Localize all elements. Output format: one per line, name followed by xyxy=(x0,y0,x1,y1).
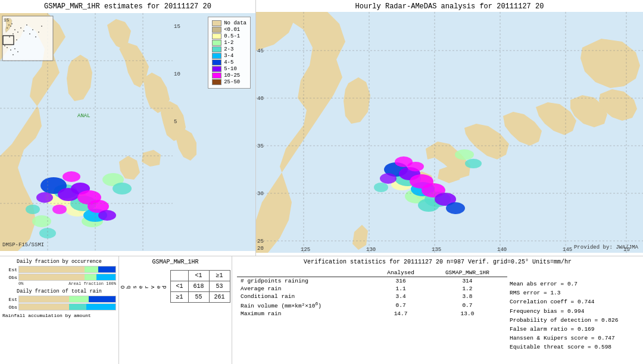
svg-point-74 xyxy=(374,183,388,192)
verif-val-rainvol-g: 0.7 xyxy=(427,300,507,310)
total-rain-obs-label: Obs xyxy=(2,305,17,310)
legend-2-3: 2-3 xyxy=(212,46,246,52)
verif-val-gridpoints-g: 314 xyxy=(427,277,507,285)
legend-color-10-25 xyxy=(212,73,221,79)
legend-label-4-5: 4-5 xyxy=(224,59,233,65)
legend-label-25-50: 25-50 xyxy=(224,79,240,85)
svg-point-39 xyxy=(17,32,18,33)
svg-point-12 xyxy=(98,210,116,221)
legend-1-2: 1-2 xyxy=(212,40,246,46)
verif-col-gsmap: GSMAP_MWR_1HR xyxy=(427,269,507,277)
occurrence-est-row: Est xyxy=(2,266,116,273)
legend-color-5-10 xyxy=(212,66,221,72)
svg-point-33 xyxy=(10,26,11,27)
right-map-title: Hourly Radar-AMeDAS analysis for 2011112… xyxy=(256,0,643,12)
hist-nodata-bar2 xyxy=(19,274,85,280)
svg-text:140: 140 xyxy=(497,247,507,253)
legend-color-3-4 xyxy=(212,53,221,59)
svg-point-15 xyxy=(36,192,53,203)
svg-point-52 xyxy=(14,48,15,49)
legend-color-nodata xyxy=(212,20,221,26)
svg-point-47 xyxy=(38,32,39,33)
svg-text:30: 30 xyxy=(257,191,264,197)
svg-point-51 xyxy=(10,49,11,51)
svg-point-16 xyxy=(26,205,40,214)
svg-point-14 xyxy=(52,205,67,214)
total-rain-title: Daily fraction of total rain xyxy=(2,288,116,294)
svg-text:130: 130 xyxy=(366,247,376,253)
svg-point-42 xyxy=(23,30,24,32)
verif-stats-right: Mean abs error = 0.7 RMS error = 1.3 Cor… xyxy=(507,269,638,352)
verif-label-maxrain: Maximum rain xyxy=(237,310,374,318)
legend-10-25: 10-25 xyxy=(212,73,246,79)
total-rain-histogram: Daily fraction of total rain Est Obs xyxy=(2,288,116,310)
right-map-container: 45 40 35 30 25 20 125 130 135 140 145 15… xyxy=(256,12,643,253)
stat-rms: RMS error = 1.3 xyxy=(510,288,638,297)
svg-point-41 xyxy=(16,39,17,40)
svg-text:135: 135 xyxy=(432,247,441,253)
verif-row-gridpoints: # gridpoints raining 316 314 xyxy=(237,277,507,285)
verif-label-gridpoints: # gridpoints raining xyxy=(237,277,374,285)
svg-text:45: 45 xyxy=(257,48,264,54)
legend-label-2-3: 2-3 xyxy=(224,46,233,52)
verif-row-condrain: Conditional rain 3.4 3.8 xyxy=(237,293,507,300)
contingency-table: <1 ≥1 <1 618 53 ≥1 55 261 xyxy=(170,270,230,303)
svg-point-37 xyxy=(13,33,14,34)
svg-text:145: 145 xyxy=(563,247,572,253)
svg-point-40 xyxy=(20,27,21,29)
legend-3-4: 3-4 xyxy=(212,53,246,59)
right-map-svg: 45 40 35 30 25 20 125 130 135 140 145 15 xyxy=(256,12,643,253)
bottom-row: Daily fraction by occurrence Est Obs xyxy=(0,256,643,364)
stat-pod: Probability of detection = 0.826 xyxy=(510,316,638,325)
svg-point-20 xyxy=(113,183,132,194)
legend-label-5-10: 5-10 xyxy=(224,66,237,72)
svg-point-70 xyxy=(446,202,465,214)
total-rain-est-row: Est xyxy=(2,296,116,303)
svg-text:15: 15 xyxy=(4,17,10,23)
provided-by-label: Provided by: JWA/JMA xyxy=(574,244,638,250)
verif-col-analysed: Analysed xyxy=(374,269,427,277)
total-rain-est-label: Est xyxy=(2,297,17,302)
legend-color-25-50 xyxy=(212,79,221,85)
svg-point-18 xyxy=(39,228,56,239)
verification-panel: Verification statistics for 20111127 20 … xyxy=(232,256,643,364)
verif-val-avgrain-g: 1.2 xyxy=(427,285,507,293)
stat-freqbias: Frequency bias = 0.994 xyxy=(510,307,638,316)
svg-point-13 xyxy=(63,171,80,182)
left-map-panel: GSMAP_MWR_1HR estimates for 20111127 20 … xyxy=(0,0,256,256)
ct-cell11: 618 xyxy=(188,281,209,292)
svg-text:40: 40 xyxy=(257,96,264,102)
right-map-panel: Hourly Radar-AMeDAS analysis for 2011112… xyxy=(256,0,643,256)
occurrence-est-bar xyxy=(18,266,116,273)
left-map-title: GSMAP_MWR_1HR estimates for 20111127 20 xyxy=(0,0,255,12)
legend-color-2-3 xyxy=(212,46,221,52)
ct-cell21: 55 xyxy=(188,292,209,303)
svg-point-35 xyxy=(11,23,13,24)
svg-point-72 xyxy=(407,162,424,171)
top-row: GSMAP_MWR_1HR estimates for 20111127 20 … xyxy=(0,0,643,256)
verif-val-maxrain-a: 14.7 xyxy=(374,310,427,318)
legend-color-lt001 xyxy=(212,27,221,33)
occurrence-obs-row: Obs xyxy=(2,274,116,281)
verif-row-avgrain: Average rain 1.1 1.2 xyxy=(237,285,507,293)
verif-val-rainvol-a: 0.7 xyxy=(374,300,427,310)
hist-light-bar2 xyxy=(85,274,96,280)
verif-inner: Analysed GSMAP_MWR_1HR # gridpoints rain… xyxy=(237,269,638,352)
svg-text:ANAL: ANAL xyxy=(77,113,90,119)
legend-5-10: 5-10 xyxy=(212,66,246,72)
legend-25-50: 25-50 xyxy=(212,79,246,85)
contingency-title: GSMAP_MWR_1HR xyxy=(121,259,229,265)
svg-point-43 xyxy=(26,24,27,26)
stat-hk: Hanssen & Kuipers score = 0.747 xyxy=(510,334,638,343)
verif-label-condrain: Conditional rain xyxy=(237,293,374,300)
legend-label-1-2: 1-2 xyxy=(224,40,233,46)
legend-4-5: 4-5 xyxy=(212,59,246,65)
occurrence-axis: 0% Areal fraction 100% xyxy=(2,281,116,286)
legend-panel: No data <0.01 0.5-1 1-2 2-3 xyxy=(208,17,251,89)
main-container: GSMAP_MWR_1HR estimates for 20111127 20 … xyxy=(0,0,643,364)
verif-table: Analysed GSMAP_MWR_1HR # gridpoints rain… xyxy=(237,269,507,318)
occurrence-title: Daily fraction by occurrence xyxy=(2,259,116,265)
occurrence-obs-label: Obs xyxy=(2,275,17,280)
ct-col1-header: <1 xyxy=(188,271,209,281)
svg-point-48 xyxy=(41,26,42,27)
